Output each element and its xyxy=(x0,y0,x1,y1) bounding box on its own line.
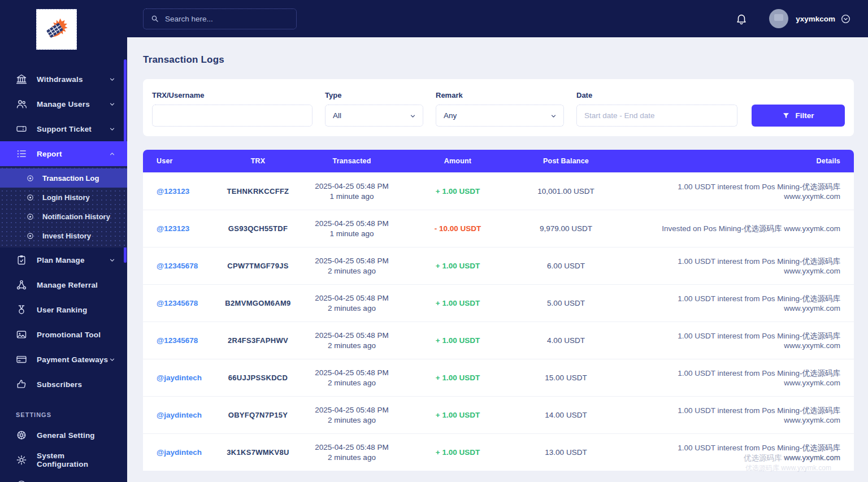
chevron-circle-icon[interactable] xyxy=(840,14,851,24)
sidebar-item-withdrawals[interactable]: Withdrawals xyxy=(0,67,127,92)
filter-trx-username: TRX/Username xyxy=(152,91,313,127)
solar-logo-icon xyxy=(42,15,71,44)
user-link[interactable]: @jaydintech xyxy=(157,374,202,382)
details: 1.00 USDT interest from Pos Mining-优选源码库… xyxy=(624,368,854,387)
topbar-search xyxy=(143,8,297,29)
type-select-value: All xyxy=(333,111,341,120)
sidebar-item-general-setting[interactable]: General Setting xyxy=(0,423,127,448)
sidebar-item-cron-job-setting[interactable]: Cron Job Setting xyxy=(0,472,127,482)
referral-icon xyxy=(16,279,27,290)
trx-code: 3K1KS7WMKV8U xyxy=(220,448,296,457)
col-post-balance: Post Balance xyxy=(507,157,624,165)
sidebar-item-manage-referral[interactable]: Manage Referral xyxy=(0,272,127,297)
post-balance: 13.00 USDT xyxy=(507,448,624,457)
transacted-time: 2025-04-25 05:48 PM2 minutes ago xyxy=(296,294,408,312)
sidebar-item-system-configuration[interactable]: System Configuration xyxy=(0,448,127,472)
page-title: Transaction Logs xyxy=(143,54,854,66)
sidebar-item-label: General Setting xyxy=(37,431,95,440)
sidebar-item-support-ticket[interactable]: Support Ticket xyxy=(0,116,127,141)
amount: + 1.00 USDT xyxy=(408,448,507,457)
type-select[interactable]: All xyxy=(325,105,423,127)
chevron-down-icon xyxy=(108,257,116,264)
chevron-down-icon xyxy=(409,112,416,120)
user-link[interactable]: @jaydintech xyxy=(157,448,202,457)
amount: + 1.00 USDT xyxy=(408,411,507,419)
col-trx: TRX xyxy=(220,157,296,165)
sidebar: Withdrawals Manage Users Support Ticket … xyxy=(0,0,127,482)
details: 1.00 USDT interest from Pos Mining-优选源码库… xyxy=(624,331,854,350)
image-icon xyxy=(16,329,27,340)
user-link[interactable]: @123123 xyxy=(157,187,189,196)
filter-date: Date xyxy=(576,91,737,127)
chevron-down-icon xyxy=(108,76,116,83)
sidebar-item-label: Withdrawals xyxy=(37,75,83,84)
sidebar-item-label: Manage Referral xyxy=(37,281,98,289)
trx-code: CPW7TMGF79JS xyxy=(220,262,296,270)
type-label: Type xyxy=(325,91,423,99)
sidebar-subitem-login-history[interactable]: Login History xyxy=(0,188,127,207)
trx-code: GS93QCH55TDF xyxy=(220,224,296,233)
topbar-right: yxymkcom xyxy=(735,9,851,28)
post-balance: 15.00 USDT xyxy=(507,374,624,382)
col-transacted: Transacted xyxy=(296,157,408,165)
thumbs-up-icon xyxy=(16,379,27,390)
chevron-down-icon xyxy=(108,356,116,363)
sidebar-subitem-transaction-log[interactable]: Transaction Log xyxy=(0,168,127,188)
amount: + 1.00 USDT xyxy=(408,187,507,196)
amount: + 1.00 USDT xyxy=(408,299,507,307)
circle-dot-icon xyxy=(26,232,34,240)
sidebar-subitem-invest-history[interactable]: Invest History xyxy=(0,226,127,245)
sidebar-item-manage-users[interactable]: Manage Users xyxy=(0,92,127,116)
sidebar-item-subscribers[interactable]: Subscribers xyxy=(0,372,127,397)
sidebar-item-label: Manage Users xyxy=(37,100,90,108)
trx-username-input[interactable] xyxy=(152,105,313,127)
avatar[interactable] xyxy=(769,9,788,28)
post-balance: 6.00 USDT xyxy=(507,262,624,270)
user-link[interactable]: @12345678 xyxy=(157,299,198,307)
date-range-input[interactable] xyxy=(576,105,737,127)
sidebar-item-label: Promotional Tool xyxy=(37,331,101,339)
table-header: User TRX Transacted Amount Post Balance … xyxy=(143,150,854,172)
sidebar-item-plan-manage[interactable]: Plan Manage xyxy=(0,247,127,272)
sidebar-item-report[interactable]: Report xyxy=(0,141,127,166)
sidebar-item-user-ranking[interactable]: User Ranking xyxy=(0,297,127,322)
transacted-time: 2025-04-25 05:48 PM1 minute ago xyxy=(296,219,408,238)
filter-type: Type All xyxy=(325,91,423,127)
user-link[interactable]: @12345678 xyxy=(157,262,198,270)
table-row: @123123 TEHNKRKCCFFZ 2025-04-25 05:48 PM… xyxy=(143,172,854,210)
username[interactable]: yxymkcom xyxy=(796,15,835,23)
filter-card: TRX/Username Type All Remark Any xyxy=(143,79,854,136)
remark-label: Remark xyxy=(436,91,564,99)
subitem-label: Transaction Log xyxy=(42,174,99,183)
transacted-time: 2025-04-25 05:48 PM2 minutes ago xyxy=(296,368,408,387)
sidebar-subitem-notification-history[interactable]: Notification History xyxy=(0,207,127,226)
user-link[interactable]: @12345678 xyxy=(157,336,198,345)
credit-card-icon xyxy=(16,354,27,365)
subitem-label: Login History xyxy=(42,193,90,202)
main-area: yxymkcom Transaction Logs TRX/Username T… xyxy=(127,0,868,482)
medal-icon xyxy=(16,304,27,315)
sidebar-item-payment-gateways[interactable]: Payment Gateways xyxy=(0,347,127,372)
post-balance: 5.00 USDT xyxy=(507,299,624,307)
details: Invested on Pos Mining-优选源码库 www.yxymk.c… xyxy=(624,224,854,234)
user-link[interactable]: @123123 xyxy=(157,224,189,233)
remark-select[interactable]: Any xyxy=(436,105,564,127)
amount: - 10.00 USDT xyxy=(408,224,507,233)
transactions-table: User TRX Transacted Amount Post Balance … xyxy=(143,150,854,471)
details: 1.00 USDT interest from Pos Mining-优选源码库… xyxy=(624,257,854,275)
sidebar-item-label: User Ranking xyxy=(37,306,87,314)
table-row: @12345678 2R4FS3FAPHWV 2025-04-25 05:48 … xyxy=(143,322,854,359)
report-submenu: Transaction Log Login History Notificati… xyxy=(0,166,127,247)
sidebar-item-label: Support Ticket xyxy=(37,125,92,133)
date-label: Date xyxy=(576,91,737,99)
sidebar-item-promotional-tool[interactable]: Promotional Tool xyxy=(0,322,127,347)
sidebar-item-label: Payment Gateways xyxy=(37,355,108,364)
chevron-up-icon xyxy=(108,150,116,158)
search-input[interactable] xyxy=(143,8,297,29)
search-icon xyxy=(150,14,159,23)
user-link[interactable]: @jaydintech xyxy=(157,411,202,419)
amount: + 1.00 USDT xyxy=(408,374,507,382)
bell-icon[interactable] xyxy=(735,12,748,25)
brand-logo[interactable] xyxy=(36,9,77,50)
filter-button[interactable]: Filter xyxy=(752,105,845,127)
